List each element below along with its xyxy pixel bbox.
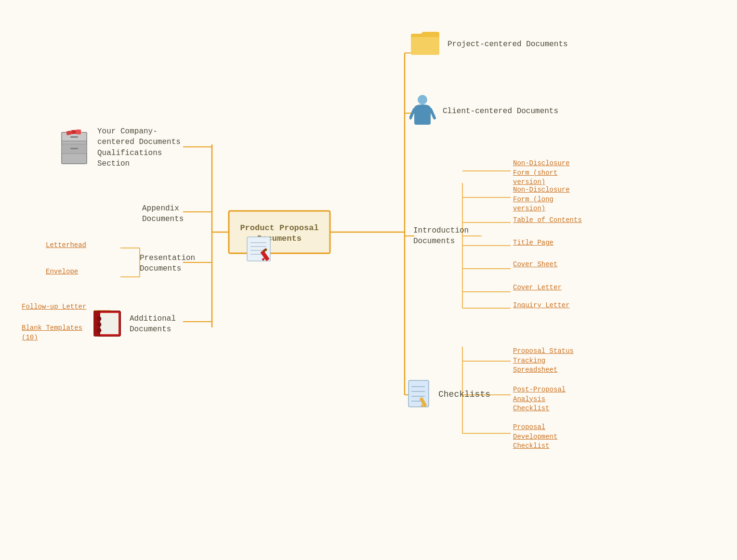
svg-point-40 [418,95,427,104]
nda-short-item[interactable]: Non-DisclosureForm (shortversion) [513,159,570,187]
table-of-contents-item[interactable]: Table of Contents [513,216,582,225]
svg-point-63 [97,328,101,332]
svg-line-41 [410,109,414,118]
title-page-link[interactable]: Title Page [513,239,553,247]
connector-lines [0,0,737,560]
blank-templates-link[interactable]: Blank Templates(10) [22,324,82,341]
svg-rect-60 [100,313,118,334]
appendix-node: AppendixDocuments [142,203,184,225]
nda-long-item[interactable]: Non-DisclosureForm (longversion) [513,185,570,214]
checklists-label: Checklists [438,389,490,401]
envelope-link[interactable]: Envelope [46,268,78,275]
checklist-icon [405,378,433,412]
cover-letter-link[interactable]: Cover Letter [513,284,562,291]
project-centered-node: Project-centered Documents [409,30,568,59]
blank-templates-item[interactable]: Blank Templates(10) [22,324,82,342]
table-of-contents-link[interactable]: Table of Contents [513,216,582,224]
followup-letter-item[interactable]: Follow-up Letter [22,302,86,312]
inquiry-letter-link[interactable]: Inquiry Letter [513,301,570,309]
svg-rect-57 [70,148,78,149]
svg-rect-54 [71,130,77,134]
envelope-item[interactable]: Envelope [46,267,78,277]
nda-long-link[interactable]: Non-DisclosureForm (longversion) [513,186,570,212]
proposal-status-link[interactable]: Proposal StatusTrackingSpreadsheet [513,347,574,374]
introduction-label: IntroductionDocuments [413,226,469,246]
binder-icon [92,307,123,341]
presentation-label: PresentationDocuments [140,254,195,273]
client-centered-node: Client-centered Documents [409,94,558,129]
followup-letter-link[interactable]: Follow-up Letter [22,303,86,311]
client-centered-label: Client-centered Documents [443,106,558,117]
svg-point-61 [97,317,101,321]
additional-node: AdditionalDocuments [92,307,176,341]
proposal-dev-link[interactable]: ProposalDevelopmentChecklist [513,423,557,450]
company-centered-node: Your Company-centered DocumentsQualifica… [58,126,181,169]
svg-rect-55 [76,129,81,134]
letterhead-item[interactable]: Letterhead [46,241,86,250]
svg-line-42 [431,109,434,118]
svg-rect-52 [70,136,78,138]
person-icon [409,94,436,129]
additional-label: AdditionalDocuments [130,313,176,335]
center-document-icon [245,236,278,265]
svg-point-62 [97,323,101,326]
cover-sheet-item[interactable]: Cover Sheet [513,260,557,270]
folder-icon [409,30,441,59]
proposal-dev-item[interactable]: ProposalDevelopmentChecklist [513,423,557,451]
presentation-node: PresentationDocuments [140,253,195,274]
proposal-status-item[interactable]: Proposal StatusTrackingSpreadsheet [513,347,574,375]
appendix-label: AppendixDocuments [142,204,184,223]
inquiry-letter-item[interactable]: Inquiry Letter [513,301,570,311]
nda-short-link[interactable]: Non-DisclosureForm (shortversion) [513,159,570,186]
svg-rect-53 [66,130,71,135]
project-centered-label: Project-centered Documents [447,39,568,50]
post-proposal-item[interactable]: Post-ProposalAnalysisChecklist [513,385,566,414]
letterhead-link[interactable]: Letterhead [46,241,86,249]
diagram-container: Product Proposal Documents Project-cente… [0,0,737,560]
checklists-node: Checklists [405,378,490,412]
title-page-item[interactable]: Title Page [513,238,553,248]
company-centered-label: Your Company-centered DocumentsQualifica… [97,126,181,169]
cover-letter-item[interactable]: Cover Letter [513,283,562,293]
svg-rect-43 [408,380,429,407]
introduction-node: IntroductionDocuments [413,225,469,247]
cover-sheet-link[interactable]: Cover Sheet [513,260,557,268]
filing-cabinet-icon [58,129,91,167]
post-proposal-link[interactable]: Post-ProposalAnalysisChecklist [513,386,566,412]
